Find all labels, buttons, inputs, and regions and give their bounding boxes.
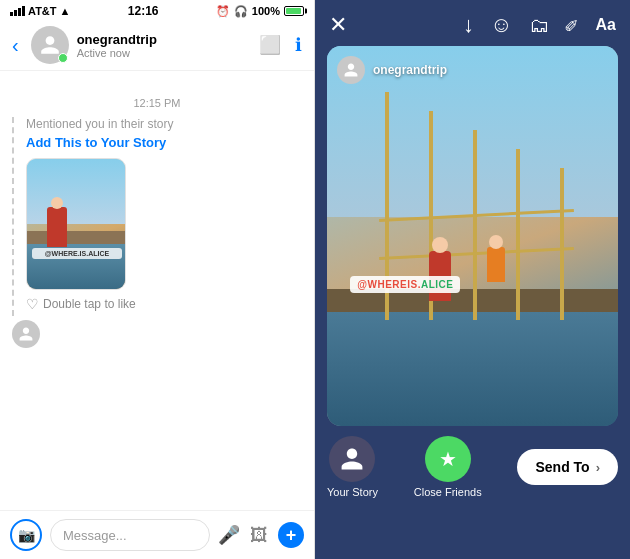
like-hint: Double tap to like xyxy=(43,297,136,311)
right-panel: ✕ ↓ ☺ 🗂 ✏ Aa xyxy=(315,0,630,559)
status-left: AT&T ▲ xyxy=(10,5,70,17)
text-style-icon[interactable]: Aa xyxy=(596,16,616,34)
person-icon xyxy=(39,34,61,56)
second-figure xyxy=(487,247,505,282)
message-input-field[interactable]: Message... xyxy=(50,519,210,551)
input-icons: 🎤 🖼 + xyxy=(218,522,304,548)
battery-icon xyxy=(284,6,304,16)
battery-fill xyxy=(286,8,301,14)
signal-bar-2 xyxy=(14,10,17,16)
rail-2 xyxy=(379,247,574,260)
message-placeholder: Message... xyxy=(63,528,127,543)
battery-percent: 100% xyxy=(252,5,280,17)
status-right: ⏰ 🎧 100% xyxy=(216,5,304,18)
chat-header: ‹ onegrandtrip Active now ⬜ ℹ xyxy=(0,20,314,71)
header-info: onegrandtrip Active now xyxy=(77,32,251,59)
sticker-label: @WHERE.IS.ALICE xyxy=(32,248,122,259)
send-to-button[interactable]: Send To › xyxy=(517,449,618,485)
sender-avatar xyxy=(12,320,40,348)
mention-text: Mentioned you in their story xyxy=(22,117,302,131)
scene-sky xyxy=(27,159,126,224)
story-preview-background: onegrandtrip @WHEREIS.ALICE xyxy=(327,46,618,426)
camera-icon: 📷 xyxy=(18,527,35,543)
chevron-right-icon: › xyxy=(596,460,600,475)
close-friends-label: Close Friends xyxy=(414,486,482,498)
fence-post-4 xyxy=(516,149,520,320)
status-time: 12:16 xyxy=(128,4,159,18)
send-to-label: Send To xyxy=(535,459,589,475)
your-story-option[interactable]: Your Story xyxy=(327,436,378,498)
close-button[interactable]: ✕ xyxy=(329,12,347,38)
sticker-alice: ALICE xyxy=(421,279,454,290)
alarm-icon: ⏰ xyxy=(216,5,230,18)
signal-bar-3 xyxy=(18,8,21,16)
fence-post-5 xyxy=(560,168,564,320)
back-button[interactable]: ‹ xyxy=(12,34,23,57)
close-friends-button: ★ xyxy=(425,436,471,482)
headphone-icon: 🎧 xyxy=(234,5,248,18)
story-scene: @WHERE.IS.ALICE xyxy=(27,159,126,289)
message-timestamp: 12:15 PM xyxy=(12,97,302,109)
sticker-face-icon[interactable]: ☺ xyxy=(490,12,512,38)
story-thumbnail-card[interactable]: @WHERE.IS.ALICE xyxy=(26,158,126,290)
avatar-wrap xyxy=(31,26,69,64)
sticker-tag[interactable]: @WHEREIS.ALICE xyxy=(350,276,460,293)
contact-status: Active now xyxy=(77,47,251,59)
right-bottom-bar: Your Story ★ Close Friends Send To › xyxy=(315,426,630,512)
your-story-label: Your Story xyxy=(327,486,378,498)
your-story-person-icon xyxy=(339,446,365,472)
plus-icon[interactable]: + xyxy=(278,522,304,548)
pen-icon[interactable]: ✏ xyxy=(559,12,585,38)
story-user-bar: onegrandtrip xyxy=(337,56,447,84)
carrier-name: AT&T xyxy=(28,5,57,17)
mic-icon[interactable]: 🎤 xyxy=(218,524,240,546)
star-icon: ★ xyxy=(439,447,457,471)
message-input-bar: 📷 Message... 🎤 🖼 + xyxy=(0,510,314,559)
sticker-box-icon[interactable]: 🗂 xyxy=(529,14,549,37)
figure xyxy=(47,207,67,247)
active-indicator xyxy=(58,53,68,63)
download-icon[interactable]: ↓ xyxy=(463,12,474,38)
right-toolbar-icons: ↓ ☺ 🗂 ✏ Aa xyxy=(463,12,616,38)
story-card-image: @WHERE.IS.ALICE xyxy=(27,159,126,289)
story-avatar xyxy=(337,56,365,84)
add-story-link[interactable]: Add This to Your Story xyxy=(22,135,302,150)
heart-icon: ♡ xyxy=(26,296,39,312)
image-icon[interactable]: 🖼 xyxy=(250,525,268,546)
signal-bar-1 xyxy=(10,12,13,16)
video-call-icon[interactable]: ⬜ xyxy=(259,34,281,56)
sticker-is: IS. xyxy=(407,279,421,290)
sticker-at: @WHERE xyxy=(357,279,407,290)
contact-name: onegrandtrip xyxy=(77,32,251,47)
story-mention-wrap: Mentioned you in their story Add This to… xyxy=(12,117,302,316)
close-friends-option[interactable]: ★ Close Friends xyxy=(414,436,482,498)
right-top-bar: ✕ ↓ ☺ 🗂 ✏ Aa xyxy=(315,0,630,46)
signal-bar-4 xyxy=(22,6,25,16)
info-icon[interactable]: ℹ xyxy=(295,34,302,56)
status-bar: AT&T ▲ 12:16 ⏰ 🎧 100% xyxy=(0,0,314,20)
wifi-icon: ▲ xyxy=(60,5,71,17)
like-area[interactable]: ♡ Double tap to like xyxy=(22,290,302,316)
header-actions: ⬜ ℹ xyxy=(259,34,302,56)
story-username: onegrandtrip xyxy=(373,63,447,77)
avatar-bubble-wrap xyxy=(12,320,302,348)
left-panel: AT&T ▲ 12:16 ⏰ 🎧 100% ‹ onegrandtrip Act… xyxy=(0,0,315,559)
fence-post-3 xyxy=(473,130,477,320)
your-story-avatar xyxy=(329,436,375,482)
camera-button[interactable]: 📷 xyxy=(10,519,42,551)
signal-bars xyxy=(10,6,25,16)
sender-person-icon xyxy=(18,326,34,342)
story-person-icon xyxy=(343,62,359,78)
story-preview-card: onegrandtrip @WHEREIS.ALICE xyxy=(327,46,618,426)
chat-area: 12:15 PM Mentioned you in their story Ad… xyxy=(0,71,314,510)
preview-water xyxy=(327,312,618,426)
